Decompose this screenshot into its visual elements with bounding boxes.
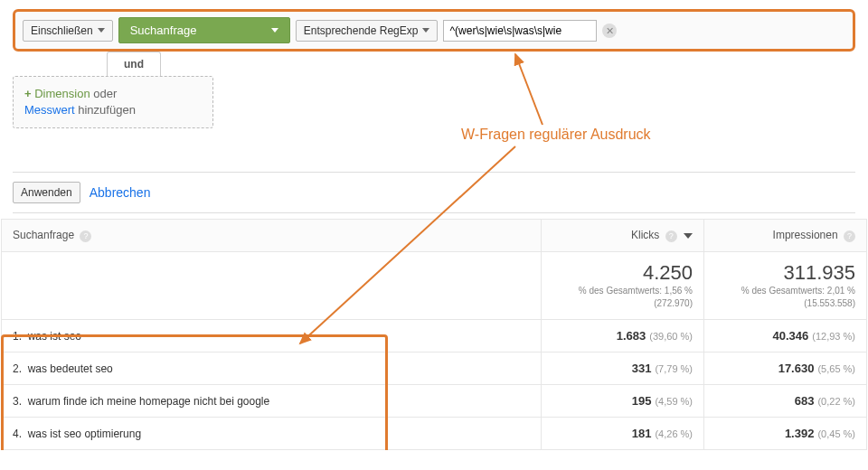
tab-und[interactable]: und xyxy=(107,52,161,76)
table-row: 4. was ist seo optimierung 181(4,26 %) 1… xyxy=(2,418,867,450)
chevron-down-icon xyxy=(98,28,105,33)
help-icon[interactable]: ? xyxy=(844,230,855,242)
apply-button[interactable]: Anwenden xyxy=(13,182,80,203)
hinzu-word: hinzufügen xyxy=(78,103,136,117)
cancel-link[interactable]: Abbrechen xyxy=(90,185,151,200)
oder-word: oder xyxy=(93,87,117,100)
help-icon[interactable]: ? xyxy=(80,230,91,242)
chevron-down-icon xyxy=(422,28,429,33)
add-dimension-button[interactable]: + Dimension oder Messwert hinzufügen xyxy=(13,76,213,128)
chevron-down-icon xyxy=(271,28,278,33)
table-row: 1. was ist seo 1.683(39,60 %) 40.346(12,… xyxy=(2,320,867,352)
match-type-label: Entsprechende RegExp xyxy=(304,24,419,37)
mess-word: Messwert xyxy=(24,103,75,117)
apply-row: Anwenden Abbrechen xyxy=(13,172,855,213)
table-row: 2. was bedeutet seo 331(7,79 %) 17.630(5… xyxy=(2,352,867,385)
table-row: 3. warum finde ich meine homepage nicht … xyxy=(2,385,867,418)
dim-word: Dimension xyxy=(34,87,90,100)
col-query[interactable]: Suchanfrage ? xyxy=(2,220,542,252)
query-text: was bedeutet seo xyxy=(28,362,113,375)
annotation-label: W-Fragen regulärer Ausdruck xyxy=(461,127,651,143)
help-icon[interactable]: ? xyxy=(665,230,677,242)
regex-input[interactable] xyxy=(443,20,597,42)
totals-clicks: 4.250 % des Gesamtwerts: 1,56 % (272.970… xyxy=(542,252,704,320)
query-text: warum finde ich meine homepage nicht bei… xyxy=(28,395,270,408)
include-button[interactable]: Einschließen xyxy=(23,20,113,42)
include-label: Einschließen xyxy=(31,24,93,37)
clear-icon[interactable]: ✕ xyxy=(602,24,617,38)
results-table: Suchanfrage ? Klicks ? Impressionen ? 4.… xyxy=(1,219,867,450)
query-text: was ist seo xyxy=(28,330,81,343)
match-type-button[interactable]: Entsprechende RegExp xyxy=(296,20,439,42)
col-impressions[interactable]: Impressionen ? xyxy=(704,220,867,252)
totals-row: 4.250 % des Gesamtwerts: 1,56 % (272.970… xyxy=(2,252,867,320)
sort-desc-icon xyxy=(684,233,693,239)
plus-icon: + xyxy=(24,87,32,100)
col-clicks[interactable]: Klicks ? xyxy=(542,220,704,252)
dimension-label: Suchanfrage xyxy=(130,24,197,37)
filter-bar: Einschließen Suchanfrage Entsprechende R… xyxy=(13,9,855,52)
totals-impressions: 311.935 % des Gesamtwerts: 2,01 % (15.55… xyxy=(704,252,867,320)
dimension-select[interactable]: Suchanfrage xyxy=(118,17,290,43)
query-text: was ist seo optimierung xyxy=(28,428,141,440)
